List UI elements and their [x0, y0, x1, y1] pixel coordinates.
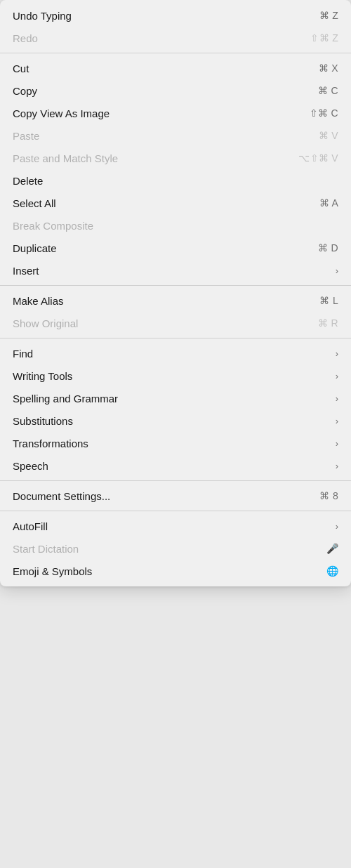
menu-item-show-original: Show Original⌘ R [0, 312, 351, 334]
menu-item-start-dictation: Start Dictation🎤 [0, 537, 351, 560]
menu-item-copy-view-as-image[interactable]: Copy View As Image⇧⌘ C [0, 102, 351, 124]
menu-item-shortcut-document-settings: ⌘ 8 [319, 490, 338, 501]
menu-item-label-duplicate: Duplicate [13, 242, 57, 254]
separator-sep1 [0, 53, 351, 53]
chevron-icon-find: › [336, 348, 338, 359]
menu-item-label-start-dictation: Start Dictation [13, 543, 79, 555]
menu-item-select-all[interactable]: Select All⌘ A [0, 192, 351, 214]
menu-item-substitutions[interactable]: Substitutions› [0, 409, 351, 432]
separator-sep4 [0, 480, 351, 481]
menu-item-label-find: Find [13, 348, 33, 360]
menu-item-label-insert: Insert [13, 265, 39, 277]
menu-item-shortcut-select-all: ⌘ A [319, 197, 338, 209]
chevron-icon-transformations: › [336, 438, 338, 449]
menu-item-undo-typing[interactable]: Undo Typing⌘ Z [0, 4, 351, 27]
menu-item-label-show-original: Show Original [13, 317, 78, 329]
chevron-icon-insert: › [336, 265, 338, 276]
menu-item-paste-match-style: Paste and Match Style⌥⇧⌘ V [0, 147, 351, 169]
menu-item-label-transformations: Transformations [13, 438, 88, 449]
menu-item-shortcut-redo: ⇧⌘ Z [310, 32, 338, 44]
menu-item-label-autofill: AutoFill [13, 520, 48, 532]
chevron-icon-speech: › [336, 461, 338, 471]
menu-item-label-spelling-grammar: Spelling and Grammar [13, 393, 118, 405]
menu-item-shortcut-duplicate: ⌘ D [318, 242, 338, 254]
menu-item-speech[interactable]: Speech› [0, 454, 351, 477]
menu-item-duplicate[interactable]: Duplicate⌘ D [0, 237, 351, 259]
menu-item-label-make-alias: Make Alias [13, 295, 64, 307]
context-menu: Undo Typing⌘ ZRedo⇧⌘ ZCut⌘ XCopy⌘ CCopy … [0, 0, 351, 586]
menu-item-shortcut-copy: ⌘ C [318, 85, 338, 96]
chevron-icon-writing-tools: › [336, 371, 338, 381]
menu-item-shortcut-paste-match-style: ⌥⇧⌘ V [298, 152, 338, 164]
menu-item-label-undo-typing: Undo Typing [13, 10, 72, 22]
menu-item-shortcut-paste: ⌘ V [319, 130, 338, 141]
menu-item-shortcut-undo-typing: ⌘ Z [319, 10, 338, 21]
menu-item-shortcut-start-dictation: 🎤 [326, 543, 338, 554]
menu-item-writing-tools[interactable]: Writing Tools› [0, 364, 351, 387]
menu-item-label-copy: Copy [13, 85, 37, 97]
menu-item-emoji-symbols[interactable]: Emoji & Symbols🌐 [0, 560, 351, 582]
menu-item-shortcut-emoji-symbols: 🌐 [326, 565, 338, 577]
menu-item-label-document-settings: Document Settings... [13, 490, 110, 502]
separator-sep2 [0, 285, 351, 286]
menu-item-label-select-all: Select All [13, 197, 56, 209]
menu-item-shortcut-cut: ⌘ X [319, 63, 338, 74]
menu-item-spelling-grammar[interactable]: Spelling and Grammar› [0, 387, 351, 409]
menu-item-paste: Paste⌘ V [0, 124, 351, 147]
separator-sep5 [0, 511, 351, 511]
menu-item-cut[interactable]: Cut⌘ X [0, 57, 351, 79]
menu-item-label-emoji-symbols: Emoji & Symbols [13, 565, 92, 577]
menu-item-autofill[interactable]: AutoFill› [0, 515, 351, 537]
menu-item-label-copy-view-as-image: Copy View As Image [13, 107, 110, 119]
separator-sep3 [0, 338, 351, 338]
menu-item-delete[interactable]: Delete [0, 169, 351, 192]
menu-item-label-speech: Speech [13, 460, 48, 472]
menu-item-label-writing-tools: Writing Tools [13, 370, 72, 382]
chevron-icon-autofill: › [336, 521, 338, 532]
chevron-icon-spelling-grammar: › [336, 393, 338, 404]
menu-item-shortcut-copy-view-as-image: ⇧⌘ C [310, 107, 338, 119]
menu-item-label-redo: Redo [13, 32, 38, 44]
menu-item-shortcut-make-alias: ⌘ L [319, 295, 338, 306]
menu-item-shortcut-show-original: ⌘ R [318, 317, 338, 329]
menu-item-label-break-composite: Break Composite [13, 220, 93, 232]
menu-item-insert[interactable]: Insert› [0, 259, 351, 282]
menu-item-label-paste-match-style: Paste and Match Style [13, 152, 118, 164]
chevron-icon-substitutions: › [336, 416, 338, 426]
menu-item-find[interactable]: Find› [0, 342, 351, 364]
menu-item-make-alias[interactable]: Make Alias⌘ L [0, 289, 351, 312]
menu-item-document-settings[interactable]: Document Settings...⌘ 8 [0, 485, 351, 507]
menu-item-copy[interactable]: Copy⌘ C [0, 79, 351, 102]
menu-item-label-substitutions: Substitutions [13, 415, 73, 427]
menu-item-redo: Redo⇧⌘ Z [0, 27, 351, 49]
menu-item-label-delete: Delete [13, 175, 43, 187]
menu-item-label-paste: Paste [13, 130, 39, 142]
menu-item-transformations[interactable]: Transformations› [0, 432, 351, 454]
menu-item-break-composite: Break Composite [0, 214, 351, 237]
menu-item-label-cut: Cut [13, 63, 29, 74]
